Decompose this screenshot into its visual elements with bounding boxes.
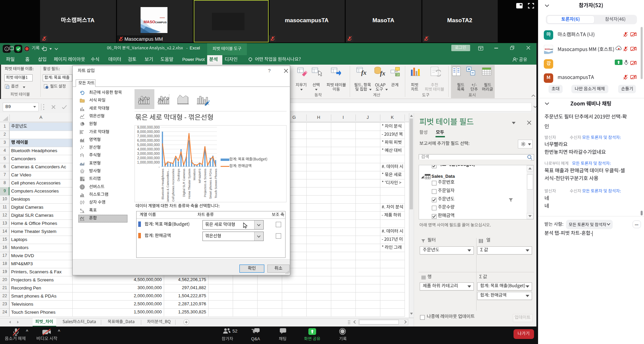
svg-text:7,000,000,000: 7,000,000,000 [137,134,160,138]
svg-text:CAMP: CAMP [550,49,553,50]
svg-text:1,000,000,000: 1,000,000,000 [137,160,160,164]
svg-text:fx: fx [361,69,367,76]
svg-text:Cameras & Camcorders...: Cameras & Camcorders... [166,169,169,202]
svg-text:3,000,000,000: 3,000,000,000 [137,151,160,156]
svg-text:5,000,000,000: 5,000,000,000 [137,143,160,147]
svg-text:i: i [46,86,47,89]
svg-text:Touch Screen Phones: Touch Screen Phones [214,169,218,199]
svg-text:Digital SLR Cameras: Digital SLR Cameras [182,169,186,197]
svg-text:i: i [6,47,7,51]
svg-text:-: - [159,165,160,169]
svg-text:Home Theater System: Home Theater System [188,169,191,199]
svg-text:6,000,000,000: 6,000,000,000 [137,138,160,142]
svg-text:4,000,000,000: 4,000,000,000 [137,147,160,151]
svg-text:Bluetooth Headphones: Bluetooth Headphones [161,169,164,200]
svg-text:8,000,000,000: 8,000,000,000 [137,130,160,134]
svg-text:MASO: MASO [545,48,550,50]
svg-text:9,000,000,000: 9,000,000,000 [137,125,160,129]
svg-text:2,000,000,000: 2,000,000,000 [137,156,160,160]
svg-text:MASO: MASO [144,20,155,24]
svg-text:fx: fx [380,70,385,77]
svg-text:MP4&MP3: MP4&MP3 [198,169,201,183]
svg-text:Cell phones Accessories: Cell phones Accessories [172,169,175,202]
svg-text:CAMPUS: CAMPUS [155,21,167,24]
svg-text:Projectors & Screens: Projectors & Screens [203,169,207,197]
svg-text:Smart phones & PDAs: Smart phones & PDAs [209,169,212,199]
svg-text:Monitors: Monitors [193,169,196,180]
svg-text:Desktops: Desktops [177,169,180,181]
